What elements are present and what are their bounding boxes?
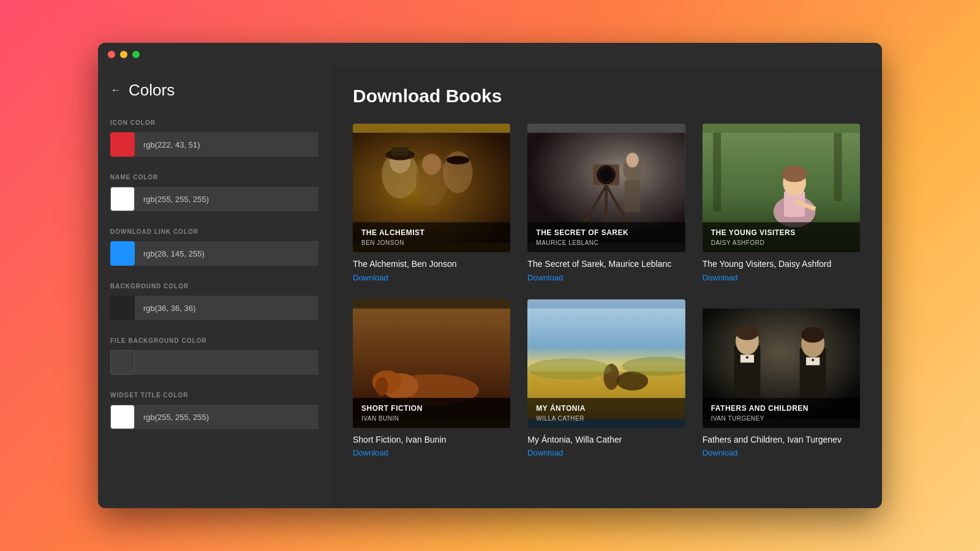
book-cover-title-visiters: THE YOUNG VISITERS [711, 228, 851, 238]
svg-point-32 [375, 377, 388, 395]
icon-color-section: ICON COLOR [110, 119, 318, 157]
file-background-color-swatch[interactable] [110, 350, 135, 375]
book-cover-author-antonia: WILLA CATHER [536, 415, 676, 422]
book-cover-title-sarek: THE SECRET OF SAREK [536, 228, 676, 238]
book-cover-title-short-fiction: SHORT FICTION [361, 404, 502, 414]
background-color-swatch[interactable] [110, 296, 135, 320]
titlebar [98, 43, 882, 66]
back-arrow-icon[interactable]: ← [110, 84, 121, 97]
download-link-color-row [110, 241, 318, 266]
widget-title-color-row [110, 405, 318, 429]
svg-point-24 [782, 165, 807, 182]
name-color-row [110, 187, 318, 211]
svg-point-50 [801, 327, 824, 343]
icon-color-row [110, 132, 318, 157]
name-color-input[interactable] [135, 187, 318, 211]
book-download-link-visiters[interactable]: Download [703, 273, 860, 282]
maximize-button[interactable] [132, 51, 140, 58]
background-color-label: BACKGROUND COLOR [110, 283, 318, 290]
book-download-link-short-fiction[interactable]: Download [353, 448, 510, 457]
traffic-lights [108, 51, 140, 58]
book-name-short-fiction: Short Fiction, Ivan Bunin [353, 434, 510, 446]
content-inner: Download Books [331, 66, 882, 508]
file-background-color-row [110, 350, 318, 375]
book-cover-title-fathers: FATHERS AND CHILDREN [711, 404, 851, 414]
main-content: Download Books [331, 66, 882, 508]
book-cover-author-short-fiction: IVAN BUNIN [361, 415, 502, 422]
book-name-visiters: The Young Visiters, Daisy Ashford [703, 258, 860, 271]
svg-point-18 [627, 153, 639, 168]
book-name-fathers: Fathers and Children, Ivan Turgenev [703, 434, 860, 446]
svg-rect-27 [834, 133, 842, 201]
book-download-link-alchemist[interactable]: Download [353, 273, 510, 282]
background-color-input[interactable] [135, 296, 318, 320]
book-card-visiters: THE YOUNG VISITERS DAISY ASHFORD The You… [703, 124, 860, 282]
sidebar: ← Colors ICON COLOR NAME COLOR [98, 66, 331, 508]
book-cover-overlay-short-fiction: SHORT FICTION IVAN BUNIN [353, 398, 510, 428]
book-cover-antonia: MY ÁNTONIA WILLA CATHER [527, 299, 685, 428]
download-link-color-label: DOWNLOAD LINK COLOR [110, 228, 318, 235]
sidebar-header: ← Colors [110, 81, 318, 100]
book-cover-author-alchemist: BEN JONSON [361, 239, 502, 246]
icon-color-input[interactable] [135, 132, 318, 157]
book-card-fathers: FATHERS AND CHILDREN IVAN TURGENEY Fathe… [703, 299, 860, 458]
book-cover-author-visiters: DAISY ASHFORD [711, 239, 851, 246]
book-cover-overlay-visiters: THE YOUNG VISITERS DAISY ASHFORD [703, 222, 860, 252]
svg-point-40 [527, 358, 611, 379]
name-color-swatch[interactable] [110, 187, 135, 211]
book-cover-visiters: THE YOUNG VISITERS DAISY ASHFORD [703, 124, 860, 252]
widget-title-color-section: WIDGET TITLE COLOR [110, 392, 318, 429]
file-background-color-input[interactable] [135, 350, 318, 375]
book-cover-alchemist: THE ALCHEMIST BEN JONSON [353, 124, 510, 252]
book-download-link-sarek[interactable]: Download [527, 273, 685, 282]
book-card-short-fiction: SHORT FICTION IVAN BUNIN Short Fiction, … [353, 299, 510, 458]
book-cover-overlay-fathers: FATHERS AND CHILDREN IVAN TURGENEY [703, 398, 860, 428]
file-background-color-label: FILE BACKGROUND COLOR [110, 337, 318, 344]
book-cover-overlay-antonia: MY ÁNTONIA WILLA CATHER [527, 398, 685, 428]
background-color-row [110, 296, 318, 320]
book-name-antonia: My Ántonia, Willa Cather [527, 434, 685, 446]
book-cover-short-fiction: SHORT FICTION IVAN BUNIN [353, 299, 510, 428]
book-card-sarek: THE SECRET OF SAREK MAURICE LEBLANC The … [527, 124, 685, 282]
books-grid: THE ALCHEMIST BEN JONSON The Alchemist, … [353, 124, 860, 457]
book-cover-overlay-alchemist: THE ALCHEMIST BEN JONSON [353, 222, 510, 252]
app-window: ← Colors ICON COLOR NAME COLOR [98, 43, 882, 508]
sidebar-title: Colors [129, 81, 175, 100]
book-name-alchemist: The Alchemist, Ben Jonson [353, 258, 510, 271]
widget-title-color-input[interactable] [135, 405, 318, 429]
file-background-color-section: FILE BACKGROUND COLOR [110, 337, 318, 375]
book-name-sarek: The Secret of Sarek, Maurice Leblanc [527, 258, 685, 271]
book-download-link-fathers[interactable]: Download [703, 448, 860, 457]
book-card-antonia: MY ÁNTONIA WILLA CATHER My Ántonia, Will… [527, 299, 685, 458]
download-link-color-input[interactable] [135, 241, 318, 266]
svg-rect-26 [713, 133, 721, 212]
book-card-alchemist: THE ALCHEMIST BEN JONSON The Alchemist, … [353, 124, 510, 282]
name-color-label: NAME COLOR [110, 174, 318, 181]
svg-point-45 [736, 325, 759, 340]
background-color-section: BACKGROUND COLOR [110, 283, 318, 320]
window-body: ← Colors ICON COLOR NAME COLOR [98, 66, 882, 508]
book-cover-author-sarek: MAURICE LEBLANC [536, 239, 676, 246]
widget-title-color-swatch[interactable] [110, 405, 135, 429]
book-cover-fathers: FATHERS AND CHILDREN IVAN TURGENEY [703, 299, 860, 428]
book-cover-author-fathers: IVAN TURGENEY [711, 415, 851, 422]
book-cover-title-alchemist: THE ALCHEMIST [361, 228, 502, 238]
page-title: Download Books [353, 86, 860, 107]
icon-color-label: ICON COLOR [110, 119, 318, 126]
svg-point-13 [600, 168, 613, 181]
close-button[interactable] [108, 51, 115, 58]
icon-color-swatch[interactable] [110, 132, 135, 157]
name-color-section: NAME COLOR [110, 174, 318, 211]
svg-rect-19 [625, 180, 641, 211]
book-cover-overlay-sarek: THE SECRET OF SAREK MAURICE LEBLANC [527, 222, 685, 252]
book-cover-title-antonia: MY ÁNTONIA [536, 404, 676, 414]
book-cover-sarek: THE SECRET OF SAREK MAURICE LEBLANC [527, 124, 685, 252]
download-link-color-swatch[interactable] [110, 241, 135, 266]
widget-title-color-label: WIDGET TITLE COLOR [110, 392, 318, 399]
minimize-button[interactable] [120, 51, 127, 58]
book-download-link-antonia[interactable]: Download [527, 448, 685, 457]
download-link-color-section: DOWNLOAD LINK COLOR [110, 228, 318, 266]
